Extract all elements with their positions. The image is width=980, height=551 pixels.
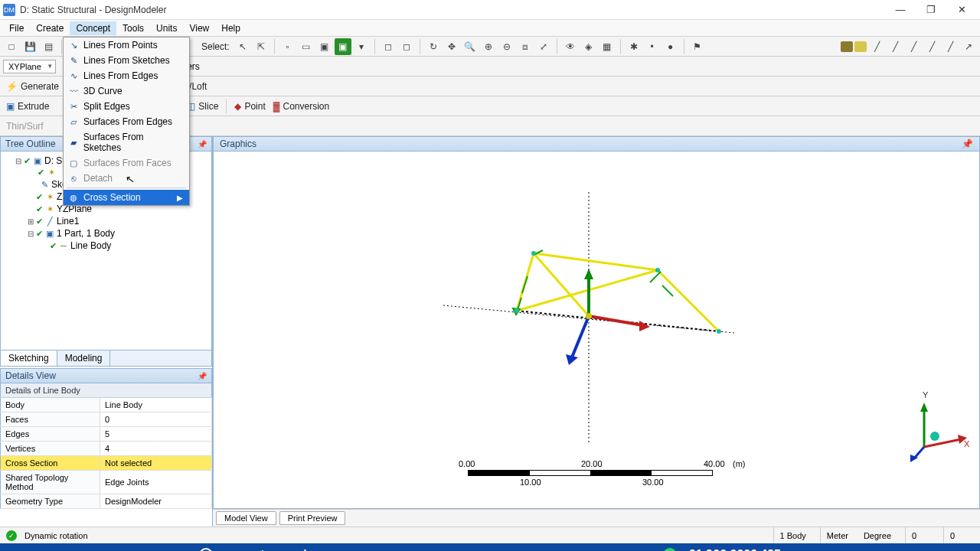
conversion-button[interactable]: ▓Conversion — [273, 101, 329, 112]
dot-icon[interactable]: ● — [662, 38, 679, 55]
tree-part[interactable]: ⊟✔▣1 Part, 1 Body — [27, 227, 210, 240]
tree-line1[interactable]: ⊞✔╱Line1 — [27, 215, 210, 227]
zoomout-icon[interactable]: ⊖ — [498, 38, 515, 55]
menu-surfaces-from-faces: ▢Surfaces From Faces — [64, 155, 189, 171]
svg-marker-16 — [566, 354, 578, 365]
svg-line-4 — [534, 253, 589, 316]
pan-icon[interactable]: ✥ — [443, 38, 460, 55]
menu-file[interactable]: File — [3, 21, 30, 35]
maximize-button[interactable]: ❐ — [916, 2, 946, 18]
tab-sketching[interactable]: Sketching — [1, 350, 57, 366]
flag-icon[interactable]: ⚑ — [689, 38, 706, 55]
slice-button[interactable]: ◫Slice — [187, 101, 218, 112]
cursor-icon: ↖ — [125, 172, 136, 186]
tab-printpreview[interactable]: Print Preview — [279, 511, 346, 525]
menu-lines-from-sketches[interactable]: ✎Lines From Sketches — [64, 53, 189, 68]
face-icon[interactable]: ▣ — [316, 38, 333, 55]
cross-section-icon: ◍ — [68, 192, 79, 203]
edge5-icon[interactable]: ╱ — [942, 38, 959, 55]
titlebar: DM D: Static Structural - DesignModeler … — [0, 0, 980, 20]
graphics-viewport[interactable]: 0.00 20.00 40.00 (m) 10.00 30.00 Y — [213, 152, 980, 509]
close-button[interactable]: ✕ — [946, 2, 977, 18]
edge-icon[interactable]: ▭ — [298, 38, 315, 55]
zoomin-icon[interactable]: ⊕ — [480, 38, 497, 55]
details-header: Details View 📌 — [0, 368, 212, 383]
svg-line-15 — [572, 316, 589, 357]
lines-edges-icon: ∿ — [68, 70, 79, 81]
shade2-icon[interactable] — [854, 41, 867, 52]
rotate-icon[interactable]: ↻ — [425, 38, 442, 55]
axis-triad[interactable]: Y X — [901, 386, 970, 462]
view-tabs: Model View Print Preview — [213, 509, 980, 527]
plane-combo[interactable]: XYPlane — [3, 60, 56, 73]
pin-icon[interactable]: 📌 — [198, 140, 207, 148]
vert-icon[interactable]: ▫ — [279, 38, 296, 55]
status-unit-length: Meter — [820, 527, 854, 543]
view-icon[interactable]: ▦ — [599, 38, 616, 55]
status-unit-angle: Degree — [862, 527, 897, 543]
iso-icon[interactable]: ◈ — [580, 38, 597, 55]
generate-button[interactable]: ⚡Generate — [6, 81, 59, 92]
tree-linebody[interactable]: ✔─Line Body — [39, 240, 210, 252]
menubar: File Create Concept Tools Units View Hel… — [0, 20, 980, 37]
menu-tools[interactable]: Tools — [116, 21, 150, 35]
fit-icon[interactable]: ⤢ — [535, 38, 552, 55]
extrude-button[interactable]: ▣Extrude — [6, 101, 49, 112]
axis-y-label: Y — [923, 390, 929, 399]
menu-help[interactable]: Help — [215, 21, 247, 35]
menu-3d-curve[interactable]: 〰3D Curve — [64, 83, 189, 99]
edge6-icon[interactable]: ↗ — [960, 38, 977, 55]
zoom-icon[interactable]: 🔍 — [462, 38, 479, 55]
save-icon[interactable]: 💾 — [21, 38, 38, 55]
menu-units[interactable]: Units — [150, 21, 183, 35]
tab-modelview[interactable]: Model View — [216, 511, 276, 525]
graphics-pin-icon[interactable]: 📌 — [962, 139, 973, 149]
zoombox-icon[interactable]: ⧈ — [517, 38, 534, 55]
details-pin-icon[interactable]: 📌 — [198, 372, 207, 380]
details-table: Details of Line Body BodyLine Body Faces… — [0, 383, 212, 509]
minimize-button[interactable]: — — [885, 2, 916, 18]
body-icon[interactable]: ▣ — [335, 38, 351, 55]
thin-button[interactable]: Thin/Surf — [6, 121, 44, 132]
shade-icon[interactable] — [841, 41, 853, 52]
look-icon[interactable]: 👁 — [562, 38, 579, 55]
loft-button[interactable]: /Loft — [189, 81, 207, 92]
pin-icon[interactable]: • — [644, 38, 661, 55]
edge1-icon[interactable]: ╱ — [868, 38, 885, 55]
details-row: Geometry TypeDesignModeler — [1, 494, 212, 509]
svg-point-19 — [655, 268, 660, 272]
svg-line-3 — [658, 270, 719, 331]
box-icon[interactable]: ◻ — [380, 38, 397, 55]
menu-cross-section[interactable]: ◍Cross Section▶ — [64, 190, 189, 205]
split-icon: ✂ — [68, 101, 79, 112]
box2-icon[interactable]: ◻ — [398, 38, 415, 55]
menu-surfaces-from-edges[interactable]: ▱Surfaces From Edges — [64, 114, 189, 129]
curve-icon: 〰 — [68, 86, 79, 96]
svg-line-7 — [522, 276, 528, 293]
tree-header-label: Tree Outline — [5, 139, 56, 149]
menu-split-edges[interactable]: ✂Split Edges — [64, 99, 189, 114]
svg-marker-23 — [920, 403, 928, 412]
svg-point-28 — [930, 432, 939, 441]
menu-lines-from-points[interactable]: ↘Lines From Points — [64, 37, 189, 53]
tab-modeling[interactable]: Modeling — [57, 350, 111, 366]
menu-create[interactable]: Create — [30, 21, 70, 35]
menu-surfaces-from-sketches[interactable]: ▰Surfaces From Sketches — [64, 129, 189, 155]
edge2-icon[interactable]: ╱ — [887, 38, 903, 55]
drop-icon[interactable]: ▾ — [353, 38, 370, 55]
pointer-icon[interactable]: ↖ — [234, 38, 251, 55]
svg-marker-14 — [639, 321, 650, 331]
menu-view[interactable]: View — [183, 21, 215, 35]
edge4-icon[interactable]: ╱ — [923, 38, 940, 55]
menu-lines-from-edges[interactable]: ∿Lines From Edges — [64, 68, 189, 83]
menu-concept[interactable]: Concept — [70, 21, 116, 35]
point-button[interactable]: ◆Point — [234, 101, 265, 112]
arrow-icon[interactable]: ⇱ — [253, 38, 270, 55]
svg-point-29 — [663, 548, 677, 551]
axis-x-label: X — [964, 439, 970, 448]
new-icon[interactable]: □ — [3, 38, 20, 55]
snap-icon[interactable]: ✱ — [626, 38, 642, 55]
edge3-icon[interactable]: ╱ — [905, 38, 922, 55]
window-title: D: Static Structural - DesignModeler — [20, 5, 885, 15]
print-icon[interactable]: ▤ — [40, 38, 57, 55]
